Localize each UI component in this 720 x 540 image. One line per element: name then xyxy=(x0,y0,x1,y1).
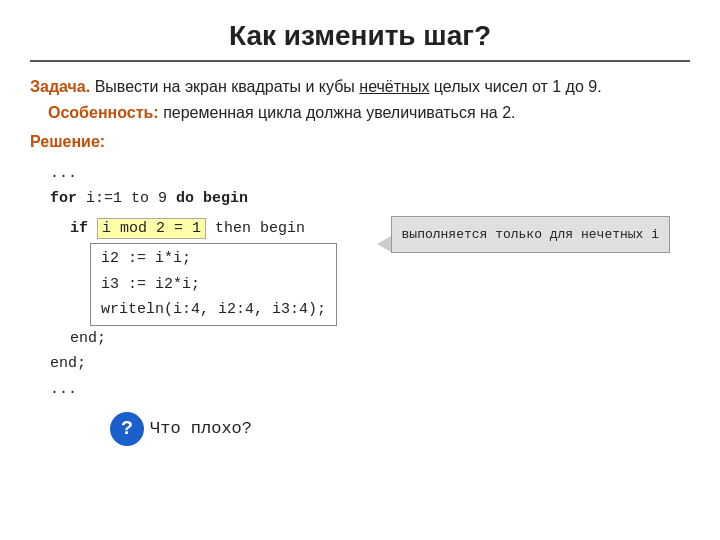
code-then-begin: then begin xyxy=(215,220,305,237)
page-title: Как изменить шаг? xyxy=(30,20,690,62)
solution-label: Решение: xyxy=(30,129,690,155)
code-for-line: for i:=1 to 9 do begin xyxy=(50,186,690,212)
question-circle[interactable]: ? xyxy=(110,412,144,446)
code-dots2: ... xyxy=(50,377,690,403)
what-wrong-row: ? Что плохо? xyxy=(110,412,690,446)
task-line: Задача. Вывести на экран квадраты и кубы… xyxy=(30,74,690,100)
task-underline: нечётных xyxy=(359,78,429,95)
code-writeln: writeln(i:4, i2:4, i3:4); xyxy=(101,297,326,323)
feature-line: Особенность: переменная цикла должна уве… xyxy=(48,100,690,126)
code-dots1: ... xyxy=(50,161,690,187)
feature-text: переменная цикла должна увеличиваться на… xyxy=(159,104,516,121)
code-i2: i2 := i*i; xyxy=(101,246,326,272)
code-i3: i3 := i2*i; xyxy=(101,272,326,298)
tooltip-container: выполняется только для нечетных i xyxy=(377,216,670,254)
code-end1: end; xyxy=(70,326,690,352)
feature-label: Особенность: xyxy=(48,104,159,121)
task-text: Вывести на экран квадраты и кубы xyxy=(90,78,359,95)
task-label: Задача. xyxy=(30,78,90,95)
code-end2: end; xyxy=(50,351,690,377)
what-wrong-text: Что плохо? xyxy=(150,415,252,444)
task-text2: целых чисел от 1 до 9. xyxy=(429,78,601,95)
highlight-condition: i mod 2 = 1 xyxy=(97,218,206,239)
tooltip-box: выполняется только для нечетных i xyxy=(391,216,670,254)
